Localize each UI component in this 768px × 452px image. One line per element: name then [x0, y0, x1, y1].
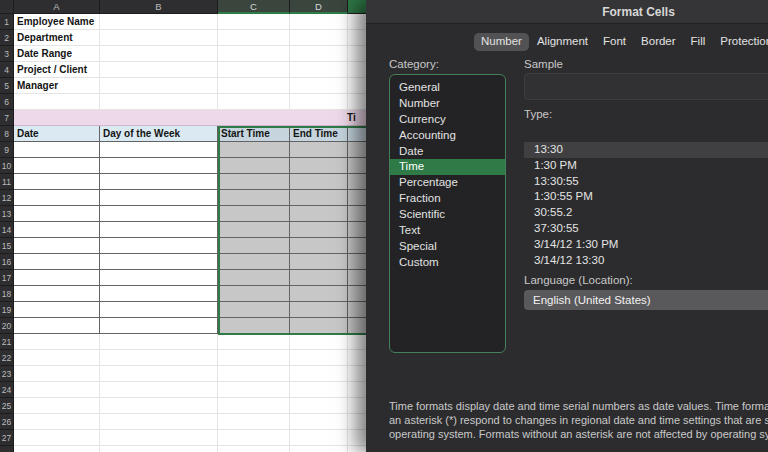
cell[interactable]: [218, 238, 290, 254]
row-header[interactable]: 10: [0, 158, 14, 174]
cell[interactable]: End Time: [290, 126, 348, 142]
type-item[interactable]: 1:30 PM: [524, 158, 768, 174]
type-item[interactable]: 3/14/12 1:30 PM: [524, 237, 768, 253]
column-header-c[interactable]: C: [218, 0, 290, 14]
row-header[interactable]: 21: [0, 334, 14, 350]
category-item-date[interactable]: Date: [390, 144, 505, 160]
cell[interactable]: [100, 206, 218, 222]
cell[interactable]: [100, 46, 218, 62]
row-header[interactable]: 27: [0, 430, 14, 446]
cell[interactable]: [218, 350, 290, 366]
cell[interactable]: Employee Name: [14, 14, 100, 30]
row-header[interactable]: 13: [0, 206, 14, 222]
cell[interactable]: Department: [14, 30, 100, 46]
cell[interactable]: [290, 222, 348, 238]
cell[interactable]: [100, 398, 218, 414]
cell[interactable]: [218, 78, 290, 94]
cell[interactable]: [100, 190, 218, 206]
cell[interactable]: [290, 190, 348, 206]
cell[interactable]: [290, 14, 348, 30]
cell[interactable]: [290, 366, 348, 382]
row-header[interactable]: [0, 446, 14, 452]
cell[interactable]: [100, 270, 218, 286]
cell[interactable]: [100, 318, 218, 334]
row-header[interactable]: 11: [0, 174, 14, 190]
cell[interactable]: [100, 286, 218, 302]
cell[interactable]: [14, 270, 100, 286]
cell[interactable]: [218, 318, 290, 334]
cell[interactable]: [290, 334, 348, 350]
row-header[interactable]: 3: [0, 46, 14, 62]
row-header[interactable]: 12: [0, 190, 14, 206]
cell[interactable]: [100, 222, 218, 238]
category-item-percentage[interactable]: Percentage: [390, 175, 505, 191]
cell[interactable]: [218, 158, 290, 174]
category-item-special[interactable]: Special: [390, 239, 505, 255]
cell[interactable]: [290, 350, 348, 366]
row-header[interactable]: 2: [0, 30, 14, 46]
column-header-a[interactable]: A: [14, 0, 100, 14]
cell[interactable]: [290, 238, 348, 254]
cell[interactable]: [14, 334, 100, 350]
cell[interactable]: [100, 158, 218, 174]
category-item-currency[interactable]: Currency: [390, 112, 505, 128]
cell[interactable]: [290, 254, 348, 270]
cell[interactable]: [100, 30, 218, 46]
cell[interactable]: [100, 414, 218, 430]
cell[interactable]: [290, 142, 348, 158]
cell[interactable]: [100, 302, 218, 318]
cell[interactable]: [14, 430, 100, 446]
cell[interactable]: [14, 222, 100, 238]
cell[interactable]: [14, 350, 100, 366]
cell[interactable]: [218, 430, 290, 446]
column-header-b[interactable]: B: [100, 0, 218, 14]
category-item-custom[interactable]: Custom: [390, 255, 505, 271]
type-item[interactable]: 30:55.2: [524, 205, 768, 221]
cell[interactable]: [290, 174, 348, 190]
row-header[interactable]: 15: [0, 238, 14, 254]
cell[interactable]: Project / Client: [14, 62, 100, 78]
tab-border[interactable]: Border: [634, 33, 683, 51]
category-item-general[interactable]: General: [390, 80, 505, 96]
cell[interactable]: [290, 62, 348, 78]
cell[interactable]: [218, 94, 290, 110]
cell[interactable]: [290, 318, 348, 334]
row-header[interactable]: 8: [0, 126, 14, 142]
cell[interactable]: [290, 302, 348, 318]
cell[interactable]: [290, 398, 348, 414]
cell[interactable]: [218, 206, 290, 222]
cell[interactable]: [218, 62, 290, 78]
row-header[interactable]: 22: [0, 350, 14, 366]
cell[interactable]: [290, 286, 348, 302]
cell[interactable]: [218, 174, 290, 190]
cell[interactable]: [290, 206, 348, 222]
cell[interactable]: [218, 398, 290, 414]
category-item-scientific[interactable]: Scientific: [390, 207, 505, 223]
cell[interactable]: [14, 286, 100, 302]
cell[interactable]: [218, 366, 290, 382]
row-header[interactable]: 1: [0, 14, 14, 30]
cell[interactable]: [218, 302, 290, 318]
cell[interactable]: [290, 46, 348, 62]
cell[interactable]: [218, 14, 290, 30]
cell[interactable]: [14, 302, 100, 318]
type-item[interactable]: 13:30:55: [524, 174, 768, 190]
cell[interactable]: [218, 286, 290, 302]
cell[interactable]: [14, 238, 100, 254]
row-header[interactable]: 4: [0, 62, 14, 78]
cell[interactable]: [100, 334, 218, 350]
cell[interactable]: [218, 46, 290, 62]
tab-font[interactable]: Font: [596, 33, 633, 51]
category-item-fraction[interactable]: Fraction: [390, 191, 505, 207]
type-item[interactable]: 13:30: [524, 142, 768, 158]
cell[interactable]: [100, 238, 218, 254]
cell[interactable]: [290, 270, 348, 286]
row-header[interactable]: 18: [0, 286, 14, 302]
tab-number[interactable]: Number: [474, 33, 529, 51]
cell[interactable]: Day of the Week: [100, 126, 218, 142]
cell[interactable]: [100, 62, 218, 78]
cell[interactable]: [290, 78, 348, 94]
row-header[interactable]: 25: [0, 398, 14, 414]
cell[interactable]: [290, 430, 348, 446]
cell[interactable]: Date Range: [14, 46, 100, 62]
